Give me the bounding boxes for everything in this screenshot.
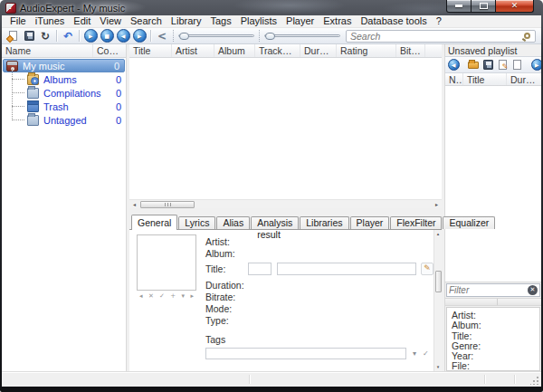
tree-item-my-music[interactable]: My music 0 — [3, 59, 125, 72]
tree-item-count: 0 — [97, 61, 124, 72]
track-panel: Title Artist Album Tracknumb... Duration… — [129, 44, 442, 371]
tree-item-compilations[interactable]: Compilations 0 — [2, 86, 126, 100]
tab-alias[interactable]: Alias — [216, 216, 250, 229]
column-rating[interactable]: Rating — [337, 44, 396, 57]
playlist-info-splitter[interactable] — [445, 298, 541, 306]
tree-header-count[interactable]: Count — [93, 44, 126, 57]
tab-libraries[interactable]: Libraries — [300, 216, 348, 229]
bitrate-label: Bitrate: — [205, 292, 248, 302]
playlist-back-button[interactable]: ◀ — [446, 58, 461, 72]
menu-database-tools[interactable]: Database tools — [356, 15, 431, 27]
tree-header-name[interactable]: Name — [2, 44, 93, 57]
minimize-button[interactable] — [446, 0, 472, 13]
art-add-icon[interactable]: + — [170, 293, 176, 300]
tree-item-label: Untagged — [43, 115, 87, 126]
tab-equalizer[interactable]: Equalizer — [443, 216, 495, 229]
tab-analysis-result[interactable]: Analysis result — [251, 216, 299, 229]
menu-edit[interactable]: Edit — [69, 15, 95, 27]
horizontal-scrollbar[interactable]: ◂ ▸ — [129, 199, 442, 208]
tab-flexfilter[interactable]: FlexFilter — [390, 216, 442, 229]
playlist-new-button[interactable] — [510, 58, 524, 72]
tab-lyrics[interactable]: Lyrics — [178, 216, 215, 229]
undo-button[interactable]: ↶ — [60, 29, 76, 43]
menu-itunes[interactable]: iTunes — [31, 15, 70, 27]
column-bitrate[interactable]: Bitrate — [396, 44, 425, 57]
seek-slider-thumb[interactable] — [265, 33, 275, 40]
maximize-button[interactable] — [472, 0, 496, 13]
menu-file[interactable]: File — [5, 15, 31, 27]
edit-title-button[interactable]: ✎ — [421, 263, 433, 275]
menu-playlists[interactable]: Playlists — [236, 15, 281, 27]
seek-slider[interactable] — [264, 30, 340, 43]
volume-slider[interactable] — [178, 30, 254, 43]
tree-item-trash[interactable]: Trash 0 — [2, 100, 126, 113]
art-next-icon[interactable]: ▸ — [190, 293, 194, 300]
refresh-button[interactable]: ↻ — [37, 29, 53, 43]
previous-button[interactable]: ◀ — [115, 29, 131, 43]
track-list-header: Title Artist Album Tracknumb... Duration… — [129, 44, 442, 58]
volume-slider-thumb[interactable] — [179, 33, 189, 40]
art-delete-icon[interactable]: ✕ — [148, 293, 154, 300]
art-accept-icon[interactable]: ✓ — [159, 293, 165, 300]
playlist-edit-button[interactable] — [495, 58, 510, 72]
column-duration[interactable]: Duration — [300, 44, 337, 57]
collapse-button[interactable]: < — [154, 29, 170, 43]
scroll-left-icon[interactable]: ◂ — [129, 200, 139, 209]
new-file-icon — [9, 31, 17, 41]
next-button[interactable]: ▶ — [131, 29, 148, 43]
column-title[interactable]: Title — [129, 44, 172, 57]
library-panel: Name Count My music 0 Albums 0 — [2, 44, 127, 371]
clear-filter-button[interactable]: ✕ — [528, 285, 538, 295]
save-button[interactable] — [21, 29, 37, 43]
playlist-save-button[interactable] — [481, 58, 495, 72]
mode-label: Mode: — [205, 303, 248, 314]
tab-general[interactable]: General — [131, 215, 177, 230]
track-list-body[interactable] — [129, 58, 442, 199]
horizontal-scrollbar-thumb[interactable] — [140, 201, 195, 208]
app-icon: ♪ — [5, 3, 16, 14]
menu-view[interactable]: View — [95, 15, 126, 27]
new-library-button[interactable] — [5, 29, 21, 43]
tree-item-albums[interactable]: Albums 0 — [2, 72, 126, 86]
close-button[interactable]: ✕ — [496, 0, 534, 13]
menu-tags[interactable]: Tags — [205, 15, 235, 27]
menu-extras[interactable]: Extras — [319, 15, 356, 27]
tree-item-untagged[interactable]: Untagged 0 — [2, 113, 126, 127]
tags-confirm-icon[interactable]: ✓ — [423, 350, 429, 358]
trash-icon — [27, 101, 39, 112]
tree-item-label: Albums — [43, 74, 77, 85]
menu-player[interactable]: Player — [281, 15, 319, 27]
tags-dropdown-icon[interactable]: ▾ — [413, 350, 416, 358]
play-icon: ▶ — [84, 29, 98, 43]
vertical-scrollbar-thumb[interactable] — [435, 271, 442, 292]
column-pl-duration[interactable]: Durati... — [507, 73, 541, 85]
playlist-play-button[interactable]: ▶ — [529, 58, 541, 72]
tracknumber-field[interactable] — [248, 263, 272, 275]
tab-player[interactable]: Player — [350, 216, 390, 229]
scroll-right-icon[interactable]: ▸ — [432, 200, 442, 209]
playlist-open-button[interactable] — [466, 58, 481, 72]
title-field[interactable] — [277, 263, 416, 275]
column-album[interactable]: Album — [214, 44, 255, 57]
playlist-body[interactable] — [445, 86, 541, 282]
column-number[interactable]: N... — [445, 73, 463, 85]
art-save-icon[interactable]: ▾ — [182, 293, 186, 300]
menu-help[interactable]: ? — [432, 15, 446, 27]
search-icon[interactable] — [524, 33, 530, 39]
menu-search[interactable]: Search — [126, 15, 167, 27]
column-artist[interactable]: Artist — [172, 44, 214, 57]
filter-input[interactable] — [449, 285, 528, 295]
play-button[interactable]: ▶ — [82, 29, 99, 43]
search-input[interactable] — [350, 31, 524, 42]
app-window: ♪ AudioExpert - My music ✕ File iTunes E… — [0, 0, 543, 392]
vertical-scrollbar[interactable]: ▴ ▾ — [433, 230, 442, 371]
stop-button[interactable]: ■ — [99, 29, 115, 43]
art-prev-icon[interactable]: ◂ — [139, 293, 143, 300]
menu-library[interactable]: Library — [167, 15, 206, 27]
library-tree: My music 0 Albums 0 Compi — [2, 58, 126, 371]
resize-grip[interactable] — [530, 376, 539, 385]
tags-field[interactable] — [205, 348, 406, 359]
column-pl-title[interactable]: Title — [463, 73, 507, 85]
compilations-folder-icon — [27, 88, 39, 99]
column-tracknumber[interactable]: Tracknumb... — [255, 44, 300, 57]
